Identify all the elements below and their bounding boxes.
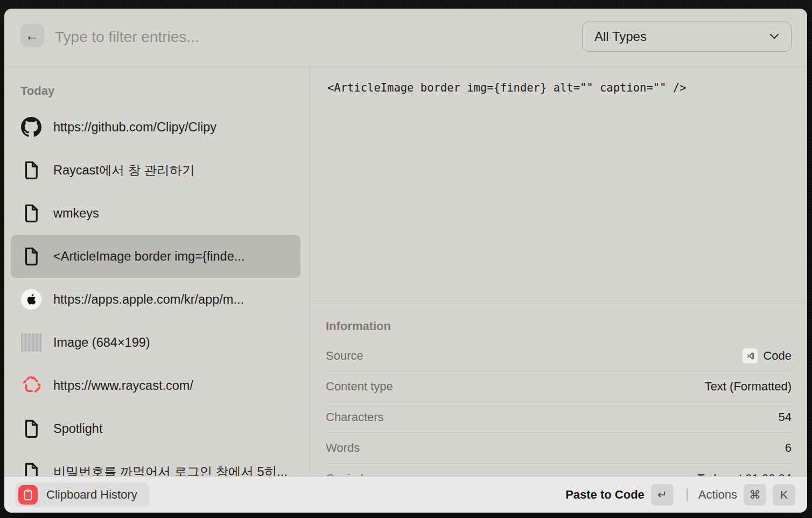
information-row: CopiedToday at 01:00:04 <box>326 464 792 476</box>
entry-label: Raycast에서 창 관리하기 <box>53 162 194 179</box>
information-row: Words6 <box>326 433 792 464</box>
section-title: Today <box>20 84 54 98</box>
information-label: Copied <box>326 472 697 476</box>
information-label: Words <box>326 441 785 455</box>
entry-label: Image (684×199) <box>53 335 150 350</box>
information-row: Content typeText (Formatted) <box>326 372 792 402</box>
clipboard-entry[interactable]: Image (684×199) <box>4 321 310 364</box>
apple-icon <box>20 289 42 310</box>
clipboard-entry[interactable]: https://www.raycast.com/ <box>4 364 310 407</box>
entry-label: 비밀번호를 까먹어서 로그인 창에서 5히... <box>53 463 288 476</box>
entries-list: https://github.com/Clipy/ClipyRaycast에서 … <box>4 106 310 476</box>
clipboard-entry[interactable]: Spotlight <box>4 407 310 450</box>
footer-separator <box>687 488 688 501</box>
back-button[interactable]: ← <box>20 24 44 47</box>
information-title: Information <box>326 319 391 333</box>
clipboard-icon <box>18 485 38 505</box>
key-k: K <box>773 484 795 506</box>
document-icon <box>20 246 42 267</box>
desktop-background: ← All Types Today https://github.com/Cli… <box>0 0 812 518</box>
document-icon <box>20 202 42 224</box>
document-icon <box>20 461 42 476</box>
clipboard-entry[interactable]: https://github.com/Clipy/Clipy <box>4 106 310 149</box>
app-chip: Clipboard History <box>15 482 149 507</box>
entry-label: https://www.raycast.com/ <box>53 379 193 393</box>
type-filter-dropdown[interactable]: All Types <box>582 22 792 52</box>
entry-label: https://apps.apple.com/kr/app/m... <box>53 292 244 307</box>
app-name: Clipboard History <box>46 488 137 502</box>
clipboard-history-window: ← All Types Today https://github.com/Cli… <box>4 9 807 513</box>
entry-label: wmkeys <box>53 206 99 221</box>
section-divider <box>310 302 807 302</box>
raycast-icon <box>20 375 42 396</box>
search-header: ← All Types <box>4 9 807 66</box>
information-row: Characters54 <box>326 402 792 433</box>
information-label: Content type <box>326 380 705 394</box>
vscode-icon <box>743 348 758 363</box>
code-preview: <ArticleImage border img={finder} alt=""… <box>327 81 686 94</box>
clipboard-entry[interactable]: 비밀번호를 까먹어서 로그인 창에서 5히... <box>4 450 310 476</box>
paste-to-code-button[interactable]: Paste to Code <box>565 488 645 502</box>
arrow-left-icon: ← <box>25 27 39 44</box>
document-icon <box>20 159 42 181</box>
chevron-down-icon <box>769 32 779 41</box>
information-value: 6 <box>785 441 792 455</box>
actions-button[interactable]: Actions <box>698 488 737 502</box>
information-value: 54 <box>779 410 792 424</box>
detail-panel: <ArticleImage border img={finder} alt=""… <box>310 66 807 476</box>
image-thumbnail <box>20 332 42 353</box>
clipboard-entry[interactable]: <ArticleImage border img={finde... <box>4 235 310 278</box>
information-row: SourceCode <box>326 341 792 372</box>
information-label: Characters <box>326 410 779 424</box>
type-filter-label: All Types <box>594 29 769 44</box>
information-value: Code <box>743 348 792 363</box>
entries-panel: Today https://github.com/Clipy/ClipyRayc… <box>4 66 310 476</box>
entry-label: Spotlight <box>53 422 102 436</box>
entry-label: <ArticleImage border img={finde... <box>53 249 244 264</box>
command-key-icon: ⌘ <box>744 484 766 506</box>
clipboard-entry[interactable]: Raycast에서 창 관리하기 <box>4 149 310 192</box>
information-value: Text (Formatted) <box>705 380 792 394</box>
information-label: Source <box>326 349 743 363</box>
document-icon <box>20 418 42 439</box>
information-value: Today at 01:00:04 <box>697 472 792 476</box>
clipboard-entry[interactable]: https://apps.apple.com/kr/app/m... <box>4 278 310 321</box>
search-input[interactable] <box>54 25 530 50</box>
action-bar: Clipboard History Paste to Code ↵ Action… <box>4 476 807 513</box>
github-icon <box>20 116 42 138</box>
return-key-icon: ↵ <box>651 484 674 506</box>
clipboard-entry[interactable]: wmkeys <box>4 192 310 235</box>
entry-label: https://github.com/Clipy/Clipy <box>53 120 216 135</box>
information-table: SourceCodeContent typeText (Formatted)Ch… <box>326 341 792 476</box>
